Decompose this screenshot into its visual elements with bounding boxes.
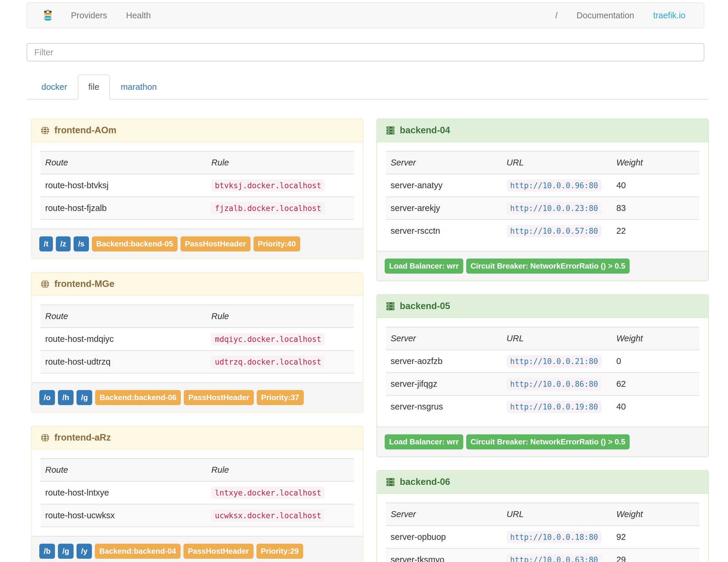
server-url-cell: http://10.0.0.86:80 — [502, 373, 612, 395]
table-row: route-host-fjzalbfjzalb.docker.localhost — [40, 197, 354, 220]
frontend-table-header: RouteRule — [40, 151, 354, 174]
server-url-cell: http://10.0.0.19:80 — [502, 395, 612, 418]
tab-file[interactable]: file — [78, 74, 110, 100]
column-header-route: Route — [40, 151, 207, 174]
rule-code: udtrzq.docker.localhost — [211, 356, 325, 368]
tab-marathon[interactable]: marathon — [110, 74, 168, 100]
route-name-cell: route-host-lntxye — [40, 481, 207, 504]
backend-panel-footer: Load Balancer: wrrCircuit Breaker: Netwo… — [377, 251, 708, 281]
path-badge: /s — [74, 236, 89, 251]
backend-table-header: ServerURLWeight — [386, 151, 699, 174]
backend-table-header: ServerURLWeight — [386, 327, 699, 350]
backend-panel-title: backend-04 — [400, 125, 450, 136]
frontend-panel-body: RouteRuleroute-host-mdqiycmdqiyc.docker.… — [32, 296, 363, 382]
backend-panel: backend-05ServerURLWeightserver-aozfzbht… — [376, 294, 709, 457]
column-header-url: URL — [502, 327, 612, 350]
nav-traefik-io-link[interactable]: traefik.io — [643, 11, 695, 20]
frontend-panel-heading: frontend-aRz — [32, 426, 363, 449]
column-header-url: URL — [502, 151, 612, 174]
backend-panel-heading: backend-04 — [377, 119, 708, 142]
priority-badge: Priority:40 — [253, 236, 300, 251]
route-rule-cell: udtrzq.docker.localhost — [207, 350, 354, 373]
route-name-cell: route-host-mdqiyc — [40, 328, 207, 350]
frontend-table-header: RouteRule — [40, 459, 354, 481]
server-weight-cell: 22 — [612, 220, 699, 242]
url-code: http://10.0.0.86:80 — [507, 378, 602, 390]
route-rule-cell: lntxye.docker.localhost — [207, 481, 354, 504]
filter-input[interactable] — [27, 43, 704, 61]
frontend-table-header: RouteRule — [40, 305, 354, 328]
table-row: route-host-mdqiycmdqiyc.docker.localhost — [40, 328, 354, 350]
frontend-panel-body: RouteRuleroute-host-btvksjbtvksj.docker.… — [32, 142, 363, 229]
globe-icon — [40, 433, 50, 442]
column-header-rule: Rule — [207, 151, 354, 174]
circuit-breaker-badge: Circuit Breaker: NetworkErrorRatio () > … — [466, 434, 630, 449]
nav-root-path-link[interactable]: / — [546, 11, 567, 20]
provider-tabs: dockerfilemarathon — [27, 74, 709, 100]
backend-panel: backend-04ServerURLWeightserver-anatyyht… — [376, 118, 709, 281]
server-icon — [386, 477, 395, 487]
route-rule-cell: mdqiyc.docker.localhost — [207, 328, 354, 350]
top-navbar: Providers Health / Documentation traefik… — [27, 2, 704, 28]
backend-panel: backend-06ServerURLWeightserver-opbuopht… — [376, 470, 709, 562]
column-header-weight: Weight — [612, 503, 699, 526]
nav-providers-link[interactable]: Providers — [61, 11, 117, 20]
load-balancer-badge: Load Balancer: wrr — [385, 434, 463, 449]
backend-panel-title: backend-06 — [400, 477, 450, 487]
priority-badge: Priority:29 — [256, 544, 303, 559]
server-weight-cell: 92 — [612, 526, 699, 548]
column-header-rule: Rule — [207, 459, 354, 481]
rule-code: btvksj.docker.localhost — [211, 179, 325, 192]
path-badge: /y — [77, 544, 92, 559]
circuit-breaker-badge: Circuit Breaker: NetworkErrorRatio () > … — [466, 259, 630, 274]
frontend-table-body: route-host-btvksjbtvksj.docker.localhost… — [40, 174, 354, 220]
nav-documentation-link[interactable]: Documentation — [567, 11, 643, 20]
server-name-cell: server-aozfzb — [386, 350, 502, 373]
route-rule-cell: btvksj.docker.localhost — [207, 174, 354, 197]
frontend-panel-footer: /t/z/sBackend:backend-05PassHostHeaderPr… — [32, 229, 363, 259]
column-header-weight: Weight — [612, 327, 699, 350]
traefik-logo-icon[interactable] — [27, 9, 61, 22]
column-header-weight: Weight — [612, 151, 699, 174]
backend-table-header-row: ServerURLWeight — [386, 503, 699, 526]
route-rule-cell: ucwksx.docker.localhost — [207, 504, 354, 527]
backend-ref-badge: Backend:backend-05 — [92, 236, 178, 251]
frontend-panel: frontend-aRzRouteRuleroute-host-lntxyeln… — [31, 426, 363, 562]
server-url-cell: http://10.0.0.23:80 — [502, 197, 612, 220]
server-url-cell: http://10.0.0.57:80 — [502, 220, 612, 242]
route-name-cell: route-host-fjzalb — [40, 197, 207, 220]
column-header-server: Server — [386, 151, 502, 174]
server-name-cell: server-arekjy — [386, 197, 502, 220]
table-row: server-anatyyhttp://10.0.0.96:8040 — [386, 174, 699, 197]
frontend-panel-title: frontend-aRz — [54, 432, 111, 443]
passhostheader-badge: PassHostHeader — [181, 236, 251, 251]
column-header-rule: Rule — [207, 305, 354, 328]
url-code: http://10.0.0.18:80 — [507, 531, 602, 543]
backend-table-body: server-anatyyhttp://10.0.0.96:8040server… — [386, 174, 699, 242]
frontend-table-body: route-host-lntxyelntxye.docker.localhost… — [40, 481, 354, 527]
navbar-right-links: / Documentation traefik.io — [546, 11, 704, 20]
table-row: route-host-lntxyelntxye.docker.localhost — [40, 481, 354, 504]
url-code: http://10.0.0.19:80 — [507, 401, 602, 413]
table-row: route-host-btvksjbtvksj.docker.localhost — [40, 174, 354, 197]
server-weight-cell: 0 — [612, 350, 699, 373]
table-row: server-aozfzbhttp://10.0.0.21:800 — [386, 350, 699, 373]
path-badge: /o — [39, 390, 55, 405]
passhostheader-badge: PassHostHeader — [184, 390, 254, 405]
nav-health-link[interactable]: Health — [117, 11, 160, 20]
priority-badge: Priority:37 — [257, 390, 304, 405]
server-name-cell: server-opbuop — [386, 526, 502, 548]
frontend-routes-table: RouteRuleroute-host-mdqiycmdqiyc.docker.… — [40, 305, 354, 373]
path-badge: /z — [56, 236, 71, 251]
server-name-cell: server-tksmvo — [386, 548, 502, 562]
url-code: http://10.0.0.21:80 — [507, 355, 602, 368]
globe-icon — [40, 280, 50, 289]
rule-code: fjzalb.docker.localhost — [211, 202, 325, 215]
server-weight-cell: 29 — [612, 548, 699, 562]
server-url-cell: http://10.0.0.18:80 — [502, 526, 612, 548]
rule-code: mdqiyc.docker.localhost — [211, 333, 325, 345]
backend-servers-table: ServerURLWeightserver-anatyyhttp://10.0.… — [386, 151, 699, 242]
tab-docker[interactable]: docker — [31, 74, 78, 100]
frontend-table-header-row: RouteRule — [40, 151, 354, 174]
server-url-cell: http://10.0.0.96:80 — [502, 174, 612, 197]
